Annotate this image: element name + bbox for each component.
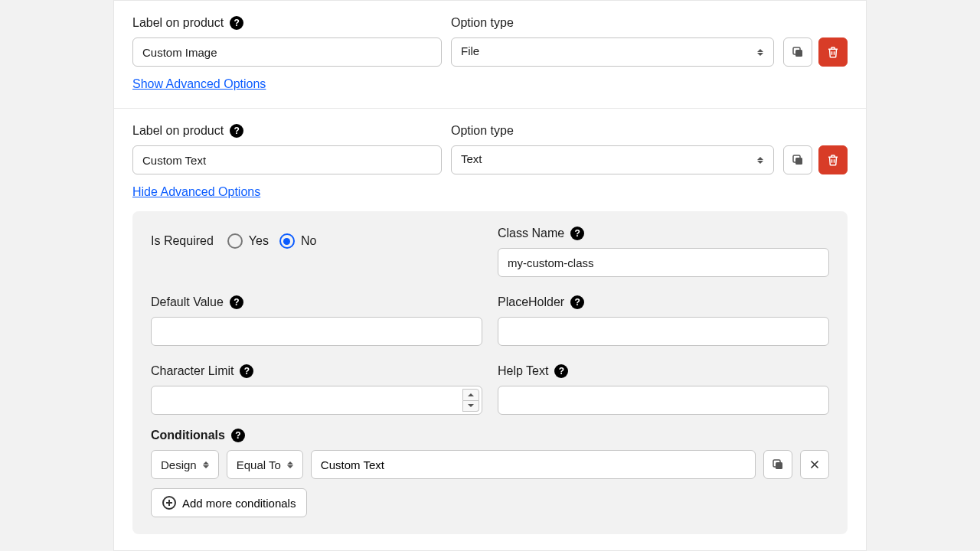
placeholder-input[interactable] xyxy=(498,317,829,346)
chevron-updown-icon xyxy=(203,459,211,470)
delete-button[interactable] xyxy=(818,37,848,67)
copy-icon xyxy=(791,153,805,167)
show-advanced-options-link[interactable]: Show Advanced Options xyxy=(132,77,266,91)
help-text-label: Help Text ? xyxy=(498,364,568,378)
class-name-input[interactable] xyxy=(498,248,829,277)
stepper-up-icon[interactable] xyxy=(462,389,479,401)
help-icon[interactable]: ? xyxy=(230,124,243,138)
svg-rect-2 xyxy=(795,158,802,165)
placeholder-label: PlaceHolder ? xyxy=(498,295,584,309)
label-text: Option type xyxy=(451,124,514,138)
option-type-label: Option type xyxy=(451,124,514,138)
button-label: Add more conditionals xyxy=(182,497,296,510)
label-text: Label on product xyxy=(132,16,224,30)
stepper-down-icon[interactable] xyxy=(462,401,479,412)
label-text: Help Text xyxy=(498,364,548,378)
copy-icon xyxy=(771,458,785,471)
radio-icon xyxy=(279,233,295,249)
label-text: Character Limit xyxy=(151,364,234,378)
conditional-remove-button[interactable] xyxy=(800,450,829,479)
number-stepper[interactable] xyxy=(462,389,479,412)
help-icon[interactable]: ? xyxy=(240,364,253,378)
select-value: Design xyxy=(161,458,197,471)
hide-advanced-options-link[interactable]: Hide Advanced Options xyxy=(132,185,260,199)
label-text: Class Name xyxy=(498,227,564,240)
default-value-label: Default Value ? xyxy=(151,295,243,309)
character-limit-label: Character Limit ? xyxy=(151,364,253,378)
add-conditionals-button[interactable]: Add more conditionals xyxy=(151,488,307,517)
help-icon[interactable]: ? xyxy=(231,429,245,442)
select-value: Text xyxy=(461,152,482,165)
help-icon[interactable]: ? xyxy=(570,227,584,240)
help-icon[interactable]: ? xyxy=(230,16,243,30)
close-icon xyxy=(808,458,822,471)
trash-icon xyxy=(826,153,840,167)
conditional-value-input[interactable] xyxy=(311,450,756,479)
default-value-input[interactable] xyxy=(151,317,482,346)
conditional-field-select[interactable]: Design xyxy=(151,450,219,479)
conditional-row: Design Equal To xyxy=(151,450,829,479)
label-text: PlaceHolder xyxy=(498,295,564,309)
option-type-select[interactable]: File xyxy=(451,37,774,67)
select-value: File xyxy=(461,44,479,57)
label-on-product-input[interactable] xyxy=(132,37,442,67)
help-icon[interactable]: ? xyxy=(570,295,584,309)
radio-icon xyxy=(227,233,243,249)
label-on-product-label: Label on product ? xyxy=(132,124,243,138)
plus-circle-icon xyxy=(162,496,176,510)
label-text: Option type xyxy=(451,16,514,30)
class-name-label: Class Name ? xyxy=(498,227,584,240)
character-limit-input[interactable] xyxy=(151,386,482,415)
conditionals-label: Conditionals ? xyxy=(151,429,245,442)
radio-label: Yes xyxy=(249,234,269,248)
select-value: Equal To xyxy=(237,458,281,471)
svg-rect-0 xyxy=(795,50,802,57)
is-required-label: Is Required xyxy=(151,234,214,248)
help-text-input[interactable] xyxy=(498,386,829,415)
duplicate-button[interactable] xyxy=(783,145,812,174)
delete-button[interactable] xyxy=(818,145,848,174)
radio-label: No xyxy=(301,234,316,248)
is-required-no-radio[interactable]: No xyxy=(279,233,316,249)
help-icon[interactable]: ? xyxy=(554,364,568,378)
is-required-yes-radio[interactable]: Yes xyxy=(227,233,269,249)
svg-rect-4 xyxy=(776,462,782,469)
option-type-select[interactable]: Text xyxy=(451,145,774,174)
conditional-duplicate-button[interactable] xyxy=(763,450,792,479)
option-type-label: Option type xyxy=(451,16,514,30)
copy-icon xyxy=(791,45,805,59)
help-icon[interactable]: ? xyxy=(230,295,243,309)
label-on-product-input[interactable] xyxy=(132,145,442,174)
trash-icon xyxy=(826,45,840,59)
label-on-product-label: Label on product ? xyxy=(132,16,243,30)
advanced-options-panel: Is Required Yes No xyxy=(132,211,848,534)
label-text: Conditionals xyxy=(151,429,225,442)
chevron-updown-icon xyxy=(287,459,295,470)
duplicate-button[interactable] xyxy=(783,37,812,67)
option-row: Label on product ? Option type Text xyxy=(114,109,866,551)
conditional-operator-select[interactable]: Equal To xyxy=(227,450,303,479)
label-text: Label on product xyxy=(132,124,224,138)
option-row: Label on product ? Option type File xyxy=(114,1,866,109)
label-text: Default Value xyxy=(151,295,224,309)
options-panel: Label on product ? Option type File xyxy=(113,0,867,551)
